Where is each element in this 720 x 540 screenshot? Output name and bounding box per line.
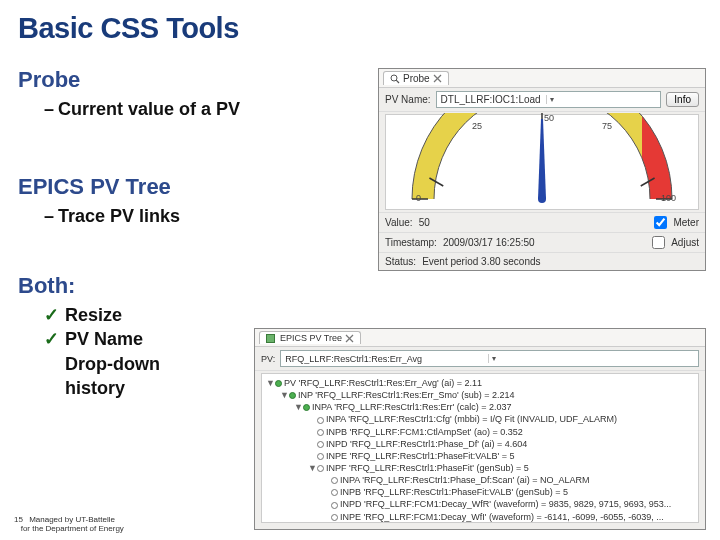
status-value: Event period 3.80 seconds xyxy=(422,256,540,267)
tree-tabbar: EPICS PV Tree xyxy=(255,329,705,347)
tree-pv-combo[interactable]: RFQ_LLRF:ResCtrl1:Res:Err_Avg ▾ xyxy=(280,350,699,367)
node-status-icon xyxy=(317,465,324,472)
tick-50: 50 xyxy=(544,113,554,123)
tree-node-text: INPF 'RFQ_LLRF:ResCtrl1:PhaseFit' (genSu… xyxy=(326,463,529,473)
tree-node-text: INPD 'RFQ_LLRF:ResCtrl1:Phase_Df' (ai) =… xyxy=(326,439,527,449)
tree-node[interactable]: INPB 'RFQ_LLRF:FCM1:CtlAmpSet' (ao) = 0.… xyxy=(266,426,694,438)
slide-footer: 15 Managed by UT-Battelle for the Depart… xyxy=(14,515,124,534)
gauge-meter xyxy=(392,113,692,203)
tree-node-text: PV 'RFQ_LLRF:ResCtrl1:Res:Err_Avg' (ai) … xyxy=(284,378,482,388)
node-status-icon xyxy=(331,514,338,521)
tree-node[interactable]: INPA 'RFQ_LLRF:ResCtrl1:Phase_Df:Scan' (… xyxy=(266,474,694,486)
chevron-down-icon[interactable]: ▾ xyxy=(546,95,656,104)
node-status-icon xyxy=(289,392,296,399)
tree-node[interactable]: INPD 'RFQ_LLRF:FCM1:Decay_WfR' (waveform… xyxy=(266,498,694,510)
tree-node[interactable]: INPA 'RFQ_LLRF:ResCtrl1:Cfg' (mbbi) = I/… xyxy=(266,413,694,425)
node-status-icon xyxy=(317,429,324,436)
meter-label: Meter xyxy=(673,217,699,228)
pvname-value: DTL_LLRF:IOC1:Load xyxy=(441,94,547,105)
tick-75: 75 xyxy=(602,121,612,131)
disclosure-triangle-icon[interactable]: ▼ xyxy=(308,462,317,474)
gauge-needle xyxy=(538,119,546,199)
node-status-icon xyxy=(317,453,324,460)
footer-line1: Managed by UT-Battelle xyxy=(29,515,115,524)
tree-tab-label: EPICS PV Tree xyxy=(280,333,342,343)
chevron-down-icon[interactable]: ▾ xyxy=(488,354,694,363)
tree-node-text: INPD 'RFQ_LLRF:FCM1:Decay_WfR' (waveform… xyxy=(340,499,671,509)
node-status-icon xyxy=(317,441,324,448)
timestamp-value: 2009/03/17 16:25:50 xyxy=(443,237,535,248)
tree-pv-value: RFQ_LLRF:ResCtrl1:Res:Err_Avg xyxy=(285,354,487,364)
timestamp-label: Timestamp: xyxy=(385,237,437,248)
adjust-checkbox[interactable] xyxy=(652,236,665,249)
tree-icon xyxy=(266,334,275,343)
disclosure-triangle-icon[interactable]: ▼ xyxy=(280,389,289,401)
tree-node[interactable]: INPD 'RFQ_LLRF:ResCtrl1:Phase_Df' (ai) =… xyxy=(266,438,694,450)
info-button[interactable]: Info xyxy=(666,92,699,107)
tree-node[interactable]: INPB 'RFQ_LLRF:ResCtrl1:PhaseFit:VALB' (… xyxy=(266,486,694,498)
probe-tab[interactable]: Probe xyxy=(383,71,449,85)
tree-node[interactable]: ▼PV 'RFQ_LLRF:ResCtrl1:Res:Err_Avg' (ai)… xyxy=(266,377,694,389)
both-item-history: ✓ PV NameDrop-downhistory xyxy=(44,327,234,400)
tree-tab[interactable]: EPICS PV Tree xyxy=(259,331,361,344)
tick-25: 25 xyxy=(472,121,482,131)
tree-node-text: INPE 'RFQ_LLRF:FCM1:Decay_WfI' (waveform… xyxy=(340,512,664,522)
footer-line2: for the Department of Energy xyxy=(21,524,124,533)
magnifier-icon xyxy=(390,74,400,84)
section-both-heading: Both: xyxy=(18,273,702,299)
check-icon: ✓ xyxy=(44,303,59,327)
node-status-icon xyxy=(303,404,310,411)
close-icon[interactable] xyxy=(345,334,354,343)
node-status-icon xyxy=(275,380,282,387)
svg-point-13 xyxy=(538,195,546,203)
value-value: 50 xyxy=(419,217,430,228)
status-label: Status: xyxy=(385,256,416,267)
disclosure-triangle-icon[interactable]: ▼ xyxy=(294,401,303,413)
tree-body[interactable]: ▼PV 'RFQ_LLRF:ResCtrl1:Res:Err_Avg' (ai)… xyxy=(261,373,699,523)
tree-node[interactable]: ▼INPF 'RFQ_LLRF:ResCtrl1:PhaseFit' (genS… xyxy=(266,462,694,474)
tick-100: 100 xyxy=(661,193,676,203)
svg-rect-6 xyxy=(607,113,642,203)
close-icon[interactable] xyxy=(433,74,442,83)
tree-node[interactable]: INPE 'RFQ_LLRF:FCM1:Decay_WfI' (waveform… xyxy=(266,511,694,523)
tree-node-text: INPE 'RFQ_LLRF:ResCtrl1:PhaseFit:VALB' =… xyxy=(326,451,515,461)
svg-line-1 xyxy=(396,80,399,83)
node-status-icon xyxy=(331,477,338,484)
probe-panel: Probe PV Name: DTL_LLRF:IOC1:Load ▾ Info xyxy=(378,68,706,271)
adjust-label: Adjust xyxy=(671,237,699,248)
tree-node-text: INPA 'RFQ_LLRF:ResCtrl1:Cfg' (mbbi) = I/… xyxy=(326,414,617,424)
disclosure-triangle-icon[interactable]: ▼ xyxy=(266,377,275,389)
tree-node-text: INPB 'RFQ_LLRF:FCM1:CtlAmpSet' (ao) = 0.… xyxy=(326,427,523,437)
tree-node[interactable]: ▼INPA 'RFQ_LLRF:ResCtrl1:Res:Err' (calc)… xyxy=(266,401,694,413)
tick-0: 0 xyxy=(416,193,421,203)
pvname-label: PV Name: xyxy=(385,94,431,105)
page-number: 15 xyxy=(14,515,23,525)
tree-node-text: INP 'RFQ_LLRF:ResCtrl1:Res:Err_Smo' (sub… xyxy=(298,390,515,400)
node-status-icon xyxy=(317,417,324,424)
tree-node-text: INPA 'RFQ_LLRF:ResCtrl1:Res:Err' (calc) … xyxy=(312,402,512,412)
svg-point-0 xyxy=(391,75,397,81)
tree-panel: EPICS PV Tree PV: RFQ_LLRF:ResCtrl1:Res:… xyxy=(254,328,706,530)
probe-tabbar: Probe xyxy=(379,69,705,88)
tree-node-text: INPB 'RFQ_LLRF:ResCtrl1:PhaseFit:VALB' (… xyxy=(340,487,568,497)
tree-pv-label: PV: xyxy=(261,354,275,364)
meter-checkbox[interactable] xyxy=(654,216,667,229)
both-item-resize: ✓ Resize xyxy=(44,303,702,327)
node-status-icon xyxy=(331,489,338,496)
pvname-combo[interactable]: DTL_LLRF:IOC1:Load ▾ xyxy=(436,91,662,108)
probe-tab-label: Probe xyxy=(403,73,430,84)
tree-node[interactable]: ▼INP 'RFQ_LLRF:ResCtrl1:Res:Err_Smo' (su… xyxy=(266,389,694,401)
value-label: Value: xyxy=(385,217,413,228)
check-icon: ✓ xyxy=(44,327,59,351)
node-status-icon xyxy=(331,502,338,509)
gauge-area: 0 25 50 75 100 xyxy=(385,114,699,210)
slide-title: Basic CSS Tools xyxy=(18,12,702,45)
tree-node-text: INPA 'RFQ_LLRF:ResCtrl1:Phase_Df:Scan' (… xyxy=(340,475,590,485)
tree-node[interactable]: INPE 'RFQ_LLRF:ResCtrl1:PhaseFit:VALB' =… xyxy=(266,450,694,462)
